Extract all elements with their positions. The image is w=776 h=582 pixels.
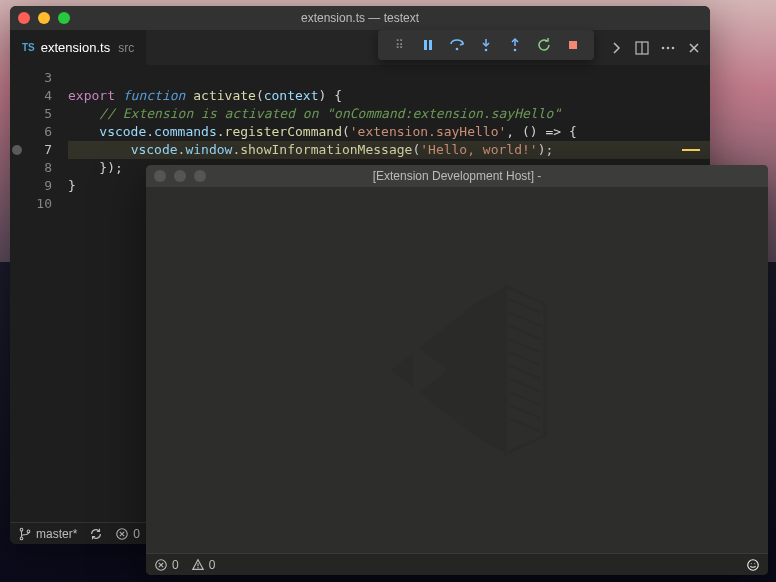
tab-directory: src — [118, 41, 134, 55]
chevron-right-icon[interactable] — [608, 40, 624, 56]
stop-icon[interactable] — [562, 37, 584, 53]
code-line[interactable]: // Extension is activated on "onCommand:… — [68, 105, 710, 123]
line-number: 8 — [10, 159, 52, 177]
window-maximize-button[interactable] — [58, 12, 70, 24]
warnings-item[interactable]: 0 — [191, 558, 216, 572]
code-line[interactable]: export function activate(context) { — [68, 87, 710, 105]
svg-line-26 — [510, 418, 541, 431]
step-over-icon[interactable] — [446, 37, 468, 53]
dev-titlebar[interactable]: [Extension Development Host] - — [146, 165, 768, 187]
svg-point-32 — [754, 563, 755, 564]
svg-point-7 — [27, 530, 30, 533]
git-branch-item[interactable]: master* — [18, 527, 77, 541]
svg-point-31 — [751, 563, 752, 564]
errors-item[interactable]: 0 — [154, 558, 179, 572]
breakpoint-icon[interactable] — [12, 145, 22, 155]
dev-body — [146, 187, 768, 553]
line-number: 10 — [10, 195, 52, 213]
window-minimize-button[interactable] — [174, 170, 186, 182]
svg-point-3 — [667, 46, 670, 49]
traffic-lights — [18, 12, 70, 24]
step-out-icon[interactable] — [504, 37, 526, 53]
svg-point-6 — [20, 537, 23, 540]
error-count: 0 — [133, 527, 140, 541]
window-close-button[interactable] — [18, 12, 30, 24]
line-number: 9 — [10, 177, 52, 195]
code-line[interactable]: vscode.window.showInformationMessage('He… — [68, 141, 710, 159]
svg-line-22 — [510, 366, 541, 379]
error-count: 0 — [172, 558, 179, 572]
tab-actions — [608, 30, 702, 65]
close-icon[interactable] — [686, 40, 702, 56]
svg-line-17 — [510, 300, 541, 313]
pause-icon[interactable] — [417, 37, 439, 53]
svg-point-13 — [456, 48, 459, 51]
step-into-icon[interactable] — [475, 37, 497, 53]
svg-line-19 — [510, 326, 541, 339]
svg-line-23 — [510, 379, 541, 392]
svg-line-20 — [510, 339, 541, 352]
errors-item[interactable]: 0 — [115, 527, 140, 541]
svg-point-15 — [514, 49, 517, 52]
svg-rect-16 — [569, 41, 577, 49]
line-number-gutter: 345678910 — [10, 65, 68, 522]
svg-line-21 — [510, 352, 541, 365]
svg-rect-11 — [424, 40, 427, 50]
dev-host-window: [Extension Development Host] - 0 0 — [146, 165, 768, 575]
tab-bar: TS extension.ts src — [10, 30, 710, 65]
svg-point-5 — [20, 528, 23, 531]
line-number: 6 — [10, 123, 52, 141]
window-title: extension.ts — testext — [10, 11, 710, 25]
dev-window-title: [Extension Development Host] - — [146, 169, 768, 183]
branch-label: master* — [36, 527, 77, 541]
window-close-button[interactable] — [154, 170, 166, 182]
main-titlebar[interactable]: extension.ts — testext — [10, 6, 710, 30]
svg-point-4 — [672, 46, 675, 49]
svg-point-30 — [748, 559, 759, 570]
more-actions-icon[interactable] — [660, 40, 676, 56]
svg-point-14 — [485, 49, 488, 52]
svg-rect-12 — [429, 40, 432, 50]
restart-icon[interactable] — [533, 37, 555, 53]
line-number: 3 — [10, 69, 52, 87]
dev-statusbar: 0 0 — [146, 553, 768, 575]
typescript-icon: TS — [22, 42, 35, 53]
split-editor-icon[interactable] — [634, 40, 650, 56]
sync-item[interactable] — [89, 527, 103, 541]
traffic-lights — [154, 170, 206, 182]
svg-point-29 — [197, 567, 198, 568]
drag-handle-icon[interactable]: ⠿ — [388, 38, 410, 52]
code-line[interactable] — [68, 69, 710, 87]
line-number: 5 — [10, 105, 52, 123]
debug-toolbar[interactable]: ⠿ — [378, 30, 594, 60]
svg-line-25 — [510, 405, 541, 418]
tab-filename: extension.ts — [41, 40, 110, 55]
vscode-logo-icon — [347, 260, 567, 480]
svg-line-18 — [510, 313, 541, 326]
code-line[interactable]: vscode.commands.registerCommand('extensi… — [68, 123, 710, 141]
warning-count: 0 — [209, 558, 216, 572]
window-minimize-button[interactable] — [38, 12, 50, 24]
line-number: 4 — [10, 87, 52, 105]
svg-point-2 — [662, 46, 665, 49]
window-maximize-button[interactable] — [194, 170, 206, 182]
feedback-item[interactable] — [746, 558, 760, 572]
tab-extension-ts[interactable]: TS extension.ts src — [10, 30, 146, 65]
svg-line-24 — [510, 392, 541, 405]
